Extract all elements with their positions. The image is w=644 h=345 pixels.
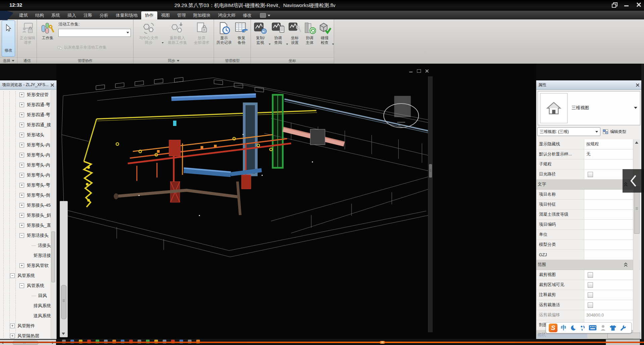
copy-monitor-button[interactable]: 复制/ 监视 — [252, 20, 268, 45]
property-row[interactable]: 项目特征 — [536, 200, 640, 210]
moon-icon[interactable] — [570, 325, 577, 331]
tree-item[interactable]: +矩形弯头-内 — [0, 150, 51, 160]
close-panel-icon[interactable] — [50, 83, 54, 87]
tree-item[interactable]: +矩形堵头 — [0, 130, 51, 140]
tab-massing-site[interactable]: 体量和场地 — [112, 11, 141, 19]
tab-architecture[interactable]: 建筑 — [15, 11, 32, 19]
player-back-overlay[interactable] — [623, 169, 644, 193]
tree-item[interactable]: +矩形四通_接 — [0, 120, 51, 130]
tree-item[interactable]: +矩形风管软 — [0, 261, 51, 271]
view-close-icon[interactable] — [425, 69, 430, 73]
sogou-logo-icon[interactable]: S — [549, 324, 557, 332]
expand-icon[interactable]: + — [19, 153, 24, 157]
browser-scroll-thumb[interactable] — [51, 231, 55, 282]
property-row[interactable]: 混凝土强度等级 — [536, 210, 640, 220]
property-row[interactable]: 子规程 — [536, 159, 640, 169]
tree-item[interactable]: +矩形四通-弯 — [0, 100, 51, 110]
wrench-icon[interactable] — [620, 325, 626, 331]
tree-item[interactable]: 送风系统 — [0, 311, 51, 321]
instance-selector[interactable]: 三维视图: (三维) — [537, 127, 600, 136]
tree-item[interactable]: 回风 — [0, 291, 51, 301]
person-icon[interactable] — [600, 325, 606, 331]
active-workset-select[interactable] — [58, 29, 131, 37]
skin-tshirt-icon[interactable] — [609, 325, 616, 331]
tree-item[interactable]: +矩形弯头-弯 — [0, 180, 51, 190]
floating-scroll-thumb[interactable] — [61, 285, 66, 319]
expand-icon[interactable]: + — [19, 102, 24, 107]
tab-modify[interactable]: 修改 — [239, 11, 255, 19]
property-row[interactable]: 显示隐藏线按规程 — [536, 139, 640, 149]
editing-requests-button[interactable]: 正在编辑 请求 — [19, 20, 36, 45]
tree-item[interactable]: +矩形接头_斜 — [0, 210, 51, 220]
property-row[interactable]: 远剪裁激活 — [536, 300, 640, 310]
type-selector[interactable]: 三维视图 — [538, 91, 640, 125]
chevron-down-icon[interactable] — [332, 44, 334, 45]
coordination-settings-button[interactable]: 坐标 设置 — [288, 20, 302, 45]
tree-item[interactable]: +矩形弯头-倒 — [0, 190, 51, 200]
tree-item[interactable]: +矩形弯头-内 — [0, 140, 51, 150]
video-progress-bar[interactable] — [0, 342, 644, 343]
tab-addins[interactable]: 附加模块 — [190, 11, 214, 19]
property-row[interactable]: 注释裁剪 — [536, 290, 640, 300]
worksets-button[interactable]: 工作集 — [40, 20, 56, 41]
progress-handle[interactable] — [380, 341, 385, 344]
tree-item[interactable]: 排风系统 — [0, 301, 51, 311]
tree-item[interactable]: 矩形活接 — [0, 251, 51, 261]
property-row[interactable]: GZJ — [536, 250, 640, 260]
checkbox[interactable] — [588, 292, 593, 298]
property-row[interactable]: 模型分类 — [536, 240, 640, 250]
property-row[interactable]: 单位 — [536, 230, 640, 240]
expand-icon[interactable]: + — [19, 123, 24, 127]
checkbox[interactable] — [588, 282, 593, 288]
reload-latest-button[interactable]: 重新载入 最新工作集 — [165, 20, 190, 45]
tab-collaborate[interactable]: 协作 — [141, 11, 157, 19]
sync-with-central-button[interactable]: 与中心文件 同步 — [137, 20, 160, 45]
property-row[interactable]: 项目编码 — [536, 220, 640, 230]
tab-view[interactable]: 视图 — [157, 11, 173, 19]
tab-plugin-master[interactable]: 鸿业大师 — [214, 11, 239, 19]
expand-icon[interactable]: + — [19, 183, 24, 188]
keyboard-icon[interactable] — [589, 325, 597, 331]
close-window-icon[interactable] — [636, 2, 641, 7]
expand-icon[interactable]: + — [19, 213, 24, 218]
property-row[interactable]: 裁剪区域可见 — [536, 280, 640, 290]
ribbon-display-toggle[interactable] — [260, 11, 270, 19]
edit-type-button[interactable]: 编辑类型 — [603, 127, 640, 136]
expand-icon[interactable]: + — [19, 113, 24, 117]
collapse-section-icon[interactable] — [624, 263, 628, 267]
chinese-mode-icon[interactable]: 中 — [561, 324, 567, 332]
checkbox[interactable] — [588, 172, 593, 177]
tab-annotate[interactable]: 注释 — [80, 11, 96, 19]
tree-item[interactable]: +矩形接头_直 — [0, 220, 51, 230]
show-history-button[interactable]: 显示 历史记录 — [215, 20, 233, 45]
tree-item[interactable]: −风管系统 — [0, 271, 51, 281]
property-row[interactable]: 裁剪视图 — [536, 270, 640, 280]
tree-item[interactable]: +风管隔热层 — [0, 331, 51, 339]
expand-icon[interactable]: + — [19, 163, 24, 167]
gray-inactive-worksets-toggle[interactable]: 以灰色显示非活动工作集 — [57, 45, 107, 50]
collapse-icon[interactable]: − — [19, 283, 24, 288]
floating-scrollbar[interactable] — [60, 201, 68, 337]
scroll-down-icon[interactable] — [62, 333, 65, 335]
property-row[interactable]: 默认分析显示样...无 — [536, 149, 640, 159]
expand-icon[interactable]: + — [19, 133, 24, 137]
tree-item[interactable]: 活接头 — [0, 240, 51, 251]
scroll-up-icon[interactable] — [635, 141, 638, 144]
restore-backup-button[interactable]: 恢复 备份 — [233, 20, 250, 45]
tab-systems[interactable]: 系统 — [48, 11, 64, 19]
interference-check-button[interactable]: 碰撞 检查 — [317, 20, 332, 45]
chevron-down-icon[interactable] — [162, 42, 164, 44]
panel-select-label[interactable]: 选择 — [0, 58, 17, 64]
tree-item[interactable]: +矩形弯头-内 — [0, 170, 51, 180]
collapse-icon[interactable]: − — [19, 233, 24, 238]
expand-icon[interactable]: + — [19, 173, 24, 178]
property-row[interactable]: 远剪裁偏移304800.0 — [536, 310, 640, 320]
expand-icon[interactable]: + — [19, 203, 24, 208]
relinquish-all-button[interactable]: 放弃 全部请求 — [191, 20, 212, 45]
coordination-host-button[interactable]: 协调 主体 — [303, 20, 317, 45]
expand-icon[interactable]: + — [19, 143, 24, 147]
checkbox[interactable] — [588, 272, 593, 278]
panel-synchronize-label[interactable]: 同步 — [133, 58, 214, 64]
property-section[interactable]: 范围 — [536, 260, 640, 270]
punctuation-icon[interactable] — [580, 325, 585, 331]
